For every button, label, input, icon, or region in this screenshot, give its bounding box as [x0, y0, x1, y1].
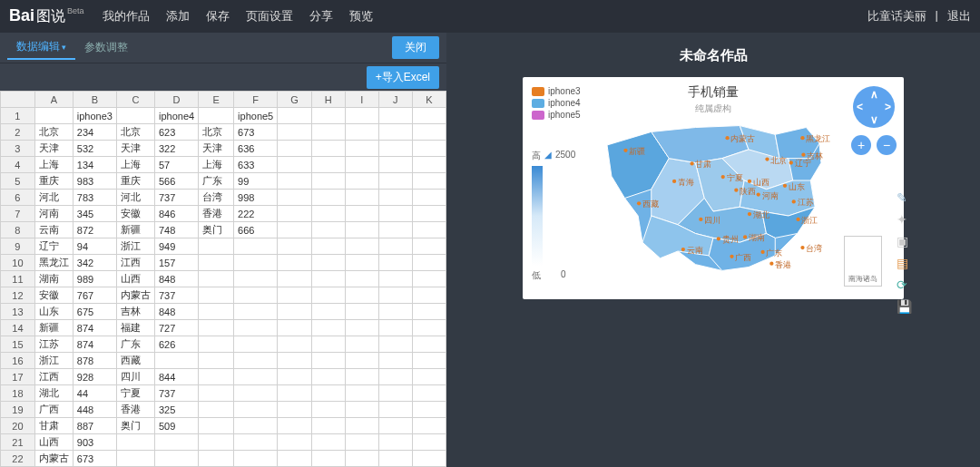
legend-item-iphone3[interactable]: iphone3	[532, 86, 581, 96]
cell[interactable]	[412, 238, 446, 255]
cell[interactable]: 河北	[116, 190, 154, 206]
row-header[interactable]: 6	[1, 190, 35, 206]
cell[interactable]	[345, 124, 378, 141]
cell[interactable]: 848	[154, 304, 198, 320]
cell[interactable]	[311, 157, 345, 173]
cell[interactable]	[116, 434, 154, 451]
cell[interactable]	[345, 304, 378, 320]
refresh-icon[interactable]: ⟳	[897, 277, 912, 292]
cell[interactable]	[412, 173, 446, 190]
cell[interactable]: 509	[154, 418, 198, 434]
cell[interactable]: 内蒙古	[34, 451, 73, 467]
cell[interactable]	[234, 385, 278, 402]
cell[interactable]: 甘肃	[34, 418, 73, 434]
cell[interactable]	[154, 434, 198, 451]
row-header[interactable]: 19	[1, 402, 35, 418]
cell[interactable]	[199, 271, 234, 287]
row-header[interactable]: 5	[1, 173, 35, 190]
cell[interactable]	[378, 418, 412, 434]
row-header[interactable]: 3	[1, 141, 35, 157]
cell[interactable]	[345, 287, 378, 304]
cell[interactable]	[378, 369, 412, 385]
cell[interactable]: 广东	[116, 336, 154, 353]
cell[interactable]	[278, 124, 311, 141]
cell[interactable]: 737	[154, 190, 198, 206]
cell[interactable]	[378, 451, 412, 467]
cell[interactable]: 重庆	[116, 173, 154, 190]
cell[interactable]	[345, 206, 378, 222]
cell[interactable]	[234, 238, 278, 255]
nav-left-icon[interactable]: <	[857, 101, 863, 113]
close-button[interactable]: 关闭	[392, 36, 439, 59]
cell[interactable]	[378, 173, 412, 190]
menu-item[interactable]: 预览	[349, 8, 373, 24]
cell[interactable]	[378, 287, 412, 304]
cell[interactable]: 666	[234, 222, 278, 238]
crop-icon[interactable]: ▣	[897, 234, 912, 248]
cell[interactable]	[345, 369, 378, 385]
cell[interactable]: 北京	[116, 124, 154, 141]
cell[interactable]	[412, 255, 446, 271]
cell[interactable]	[234, 287, 278, 304]
cell[interactable]	[378, 141, 412, 157]
cell[interactable]: 山西	[34, 434, 73, 451]
cell[interactable]: 57	[154, 157, 198, 173]
cell[interactable]: 山西	[116, 271, 154, 287]
row-header[interactable]: 1	[1, 108, 35, 124]
row-header[interactable]: 10	[1, 255, 35, 271]
layers-icon[interactable]: ▤	[897, 256, 912, 270]
cell[interactable]: 566	[154, 173, 198, 190]
legend-item-iphone4[interactable]: iphone4	[532, 98, 581, 108]
logout-link[interactable]: 退出	[947, 8, 971, 24]
cell[interactable]: 874	[73, 336, 116, 353]
row-header[interactable]: 15	[1, 336, 35, 353]
cell[interactable]: 633	[234, 157, 278, 173]
cell[interactable]	[311, 336, 345, 353]
row-header[interactable]: 18	[1, 385, 35, 402]
cell[interactable]: iphone4	[154, 108, 198, 124]
cell[interactable]	[199, 336, 234, 353]
cell[interactable]	[278, 190, 311, 206]
cell[interactable]	[378, 222, 412, 238]
cell[interactable]: 878	[73, 353, 116, 369]
cell[interactable]: 998	[234, 190, 278, 206]
cell[interactable]: 四川	[116, 369, 154, 385]
cell[interactable]	[311, 369, 345, 385]
cell[interactable]	[345, 108, 378, 124]
cell[interactable]	[311, 255, 345, 271]
cell[interactable]: 上海	[34, 157, 73, 173]
cell[interactable]	[199, 353, 234, 369]
cell[interactable]	[278, 369, 311, 385]
nav-right-icon[interactable]: >	[885, 101, 891, 113]
cell[interactable]	[412, 287, 446, 304]
cell[interactable]	[378, 190, 412, 206]
cell[interactable]	[378, 157, 412, 173]
cell[interactable]	[412, 190, 446, 206]
cell[interactable]: 河北	[34, 190, 73, 206]
cell[interactable]	[199, 287, 234, 304]
cell[interactable]	[378, 353, 412, 369]
cell[interactable]	[345, 451, 378, 467]
cell[interactable]	[278, 418, 311, 434]
cell[interactable]: 44	[73, 385, 116, 402]
cell[interactable]: 云南	[34, 222, 73, 238]
cell[interactable]	[278, 451, 311, 467]
cell[interactable]	[311, 190, 345, 206]
row-header[interactable]: 13	[1, 304, 35, 320]
cell[interactable]	[234, 451, 278, 467]
cell[interactable]	[378, 255, 412, 271]
cell[interactable]	[412, 206, 446, 222]
cell[interactable]	[34, 108, 73, 124]
cell[interactable]: 天津	[116, 141, 154, 157]
cell[interactable]	[412, 108, 446, 124]
cell[interactable]: 673	[73, 451, 116, 467]
row-header[interactable]: 7	[1, 206, 35, 222]
cell[interactable]	[345, 173, 378, 190]
cell[interactable]: 636	[234, 141, 278, 157]
cell[interactable]	[199, 369, 234, 385]
cell[interactable]	[311, 418, 345, 434]
cell[interactable]: 949	[154, 238, 198, 255]
cell[interactable]: 广东	[199, 173, 234, 190]
cell[interactable]: 湖北	[34, 385, 73, 402]
cell[interactable]	[412, 304, 446, 320]
